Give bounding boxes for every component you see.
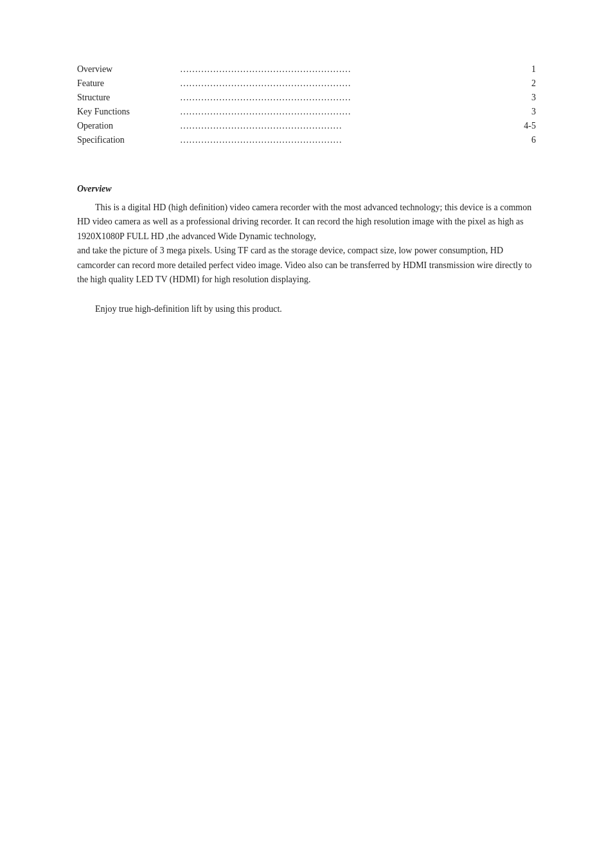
- toc-row-keyfunctions: Key Functions ………………………………………………… 3: [77, 107, 536, 117]
- toc-row-operation: Operation ……………………………………………… 4-5: [77, 121, 536, 131]
- toc-page-specification: 6: [531, 135, 536, 145]
- toc-label-keyfunctions: Key Functions: [77, 107, 180, 117]
- toc-row-specification: Specification ……………………………………………… 6: [77, 135, 536, 145]
- toc-row-overview: Overview ………………………………………………… 1: [77, 64, 536, 75]
- overview-body: This is a digital HD (high definition) v…: [77, 201, 536, 287]
- toc-page-feature: 2: [531, 78, 536, 89]
- overview-paragraph1: This is a digital HD (high definition) v…: [77, 201, 536, 244]
- toc-row-structure: Structure ………………………………………………… 3: [77, 93, 536, 103]
- toc-page-structure: 3: [531, 93, 536, 103]
- toc-label-overview: Overview: [77, 64, 180, 75]
- toc-row-feature: Feature ………………………………………………… 2: [77, 78, 536, 89]
- overview-section: Overview This is a digital HD (high defi…: [77, 184, 536, 317]
- toc-section: Overview ………………………………………………… 1 Feature ……: [77, 64, 536, 145]
- overview-title: Overview: [77, 184, 536, 194]
- toc-page-overview: 1: [531, 64, 536, 75]
- overview-paragraph2: and take the picture of 3 mega pixels. U…: [77, 244, 536, 287]
- toc-label-operation: Operation: [77, 121, 180, 131]
- toc-dots-feature: …………………………………………………: [180, 78, 530, 89]
- toc-label-structure: Structure: [77, 93, 180, 103]
- toc-label-specification: Specification: [77, 135, 180, 145]
- toc-dots-structure: …………………………………………………: [180, 93, 530, 103]
- toc-dots-specification: ………………………………………………: [180, 135, 530, 145]
- toc-dots-operation: ………………………………………………: [180, 121, 522, 131]
- toc-dots-overview: …………………………………………………: [180, 64, 530, 75]
- toc-label-feature: Feature: [77, 78, 180, 89]
- toc-dots-keyfunctions: …………………………………………………: [180, 107, 530, 117]
- enjoy-text: Enjoy true high-definition lift by using…: [77, 302, 536, 316]
- toc-page-operation: 4-5: [524, 121, 536, 131]
- page: Overview ………………………………………………… 1 Feature ……: [0, 0, 613, 868]
- toc-page-keyfunctions: 3: [531, 107, 536, 117]
